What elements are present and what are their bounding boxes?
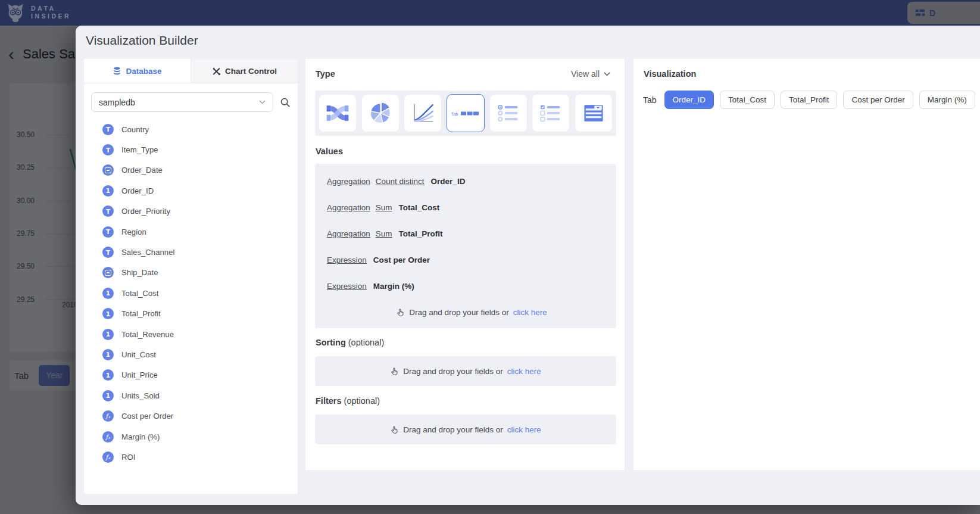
viz-tab-margin[interactable]: Margin (%) <box>919 91 975 109</box>
text-type-icon: T <box>102 226 114 238</box>
type-section-title: Type <box>316 69 335 79</box>
visualization-title: Visualization <box>644 69 696 79</box>
brand[interactable]: DATA INSIDER <box>5 2 71 23</box>
field-label: Total_Revenue <box>121 330 174 339</box>
field-item[interactable]: TItem_Type <box>84 139 298 160</box>
top-navbar: DATA INSIDER D <box>0 0 980 26</box>
drag-hand-icon <box>390 367 399 376</box>
field-item[interactable]: TCountry <box>84 119 298 139</box>
drag-hand-icon <box>390 425 399 434</box>
svg-text:Tab: Tab <box>451 111 458 116</box>
text-type-icon: T <box>102 124 114 135</box>
field-label: Item_Type <box>121 145 158 154</box>
field-label: Sales_Channel <box>121 248 174 257</box>
field-item[interactable]: Ship_Date <box>84 263 298 283</box>
line-chart-icon <box>410 100 436 126</box>
value-field-name: Total_Profit <box>399 229 443 238</box>
tab-chart-control[interactable]: Chart Control <box>191 59 298 83</box>
dashboard-button-label: D <box>929 8 935 18</box>
expression-link[interactable]: Expression <box>327 256 367 264</box>
view-all-button[interactable]: View all <box>571 69 610 79</box>
values-drop-hint: Drag and drop your fields or click here <box>327 299 616 325</box>
field-label: Unit_Price <box>121 370 158 379</box>
function-type-icon: ƒₓ <box>102 451 114 463</box>
filters-dropzone: Drag and drop your fields or click here <box>315 415 616 444</box>
field-label: Units_Sold <box>121 391 160 400</box>
field-item[interactable]: TOrder_Priority <box>84 201 298 222</box>
field-item[interactable]: 1Units_Sold <box>84 385 298 406</box>
field-item[interactable]: 1Total_Revenue <box>84 324 298 344</box>
field-label: Order_Date <box>121 166 163 175</box>
field-item[interactable]: TRegion <box>84 222 298 242</box>
datasource-value: sampledb <box>99 98 135 107</box>
tab-database[interactable]: Database <box>84 59 191 83</box>
chart-type-strip: Tab <box>315 91 616 136</box>
value-field-name: Margin (%) <box>373 282 414 291</box>
function-type-icon: ƒₓ <box>102 410 114 422</box>
field-label: Order_ID <box>121 186 154 195</box>
field-item[interactable]: ƒₓMargin (%) <box>84 426 298 447</box>
owl-logo-icon <box>5 2 26 23</box>
tab-database-label: Database <box>126 67 161 76</box>
viz-tab-total-cost[interactable]: Total_Cost <box>720 91 775 109</box>
drop-hint-text: Drag and drop your fields or <box>403 425 503 434</box>
field-item[interactable]: TSales_Channel <box>84 242 298 262</box>
viz-tab-cost-per-order[interactable]: Cost per Order <box>843 91 913 109</box>
panel-tab-bar: Database Chart Control <box>84 59 298 83</box>
brand-text: DATA INSIDER <box>31 5 71 20</box>
click-here-link[interactable]: click here <box>507 425 541 434</box>
type-radio-list[interactable] <box>489 94 528 132</box>
value-row: Aggregation Sum Total_Profit <box>327 220 616 247</box>
aggregation-link[interactable]: Aggregation <box>327 177 370 186</box>
text-type-icon: T <box>102 144 114 155</box>
field-label: ROI <box>121 453 135 462</box>
field-label: Cost per Order <box>121 412 173 420</box>
values-dropzone: Aggregation Count distinct Order_ID Aggr… <box>315 164 616 328</box>
tab-icon: Tab <box>451 110 480 117</box>
field-item[interactable]: 1Total_Cost <box>84 283 298 303</box>
table-icon <box>580 100 607 126</box>
aggregation-function-link[interactable]: Sum <box>376 203 392 212</box>
value-row: Aggregation Count distinct Order_ID <box>327 168 616 194</box>
type-check-list[interactable] <box>532 94 570 132</box>
tools-icon <box>212 67 221 76</box>
field-label: Ship_Date <box>121 268 158 277</box>
search-icon[interactable] <box>280 97 291 108</box>
field-item[interactable]: 1Total_Profit <box>84 304 298 324</box>
click-here-link[interactable]: click here <box>513 308 547 317</box>
sorting-section-title: Sorting (optional) <box>316 338 384 347</box>
field-item[interactable]: 1Order_ID <box>84 180 298 201</box>
value-row: Expression Cost per Order <box>327 247 616 273</box>
field-label: Region <box>121 228 146 236</box>
text-type-icon: T <box>102 247 114 258</box>
aggregation-function-link[interactable]: Count distinct <box>376 177 425 186</box>
field-item[interactable]: 1Unit_Cost <box>84 344 298 365</box>
aggregation-link[interactable]: Aggregation <box>327 229 370 238</box>
viz-tab-total-profit[interactable]: Total_Profit <box>781 91 838 109</box>
aggregation-function-link[interactable]: Sum <box>376 229 392 238</box>
chevron-down-icon <box>604 72 610 76</box>
datasource-select[interactable]: sampledb <box>91 92 273 112</box>
field-item[interactable]: ƒₓROI <box>84 447 298 467</box>
type-line[interactable] <box>404 94 442 132</box>
drop-hint-text: Drag and drop your fields or <box>403 367 503 376</box>
value-field-name: Cost per Order <box>373 256 430 264</box>
viz-tab-label: Tab <box>643 95 657 105</box>
type-pie[interactable] <box>361 94 400 132</box>
field-item[interactable]: Order_Date <box>84 160 298 180</box>
field-item[interactable]: 1Unit_Price <box>84 365 298 385</box>
type-table[interactable] <box>575 94 613 132</box>
value-field-name: Order_ID <box>431 177 466 186</box>
viz-tab-order-id[interactable]: Order_ID <box>664 91 714 109</box>
dashboard-view-button[interactable]: D <box>907 2 980 24</box>
field-label: Unit_Cost <box>121 350 156 359</box>
type-sankey[interactable] <box>319 94 357 132</box>
field-item[interactable]: ƒₓCost per Order <box>84 406 298 426</box>
field-label: Total_Cost <box>121 289 158 298</box>
click-here-link[interactable]: click here <box>507 367 541 376</box>
chevron-down-icon <box>259 100 266 104</box>
type-tab[interactable]: Tab <box>447 94 485 132</box>
value-field-name: Total_Cost <box>399 203 440 212</box>
aggregation-link[interactable]: Aggregation <box>327 203 370 212</box>
expression-link[interactable]: Expression <box>327 282 367 291</box>
